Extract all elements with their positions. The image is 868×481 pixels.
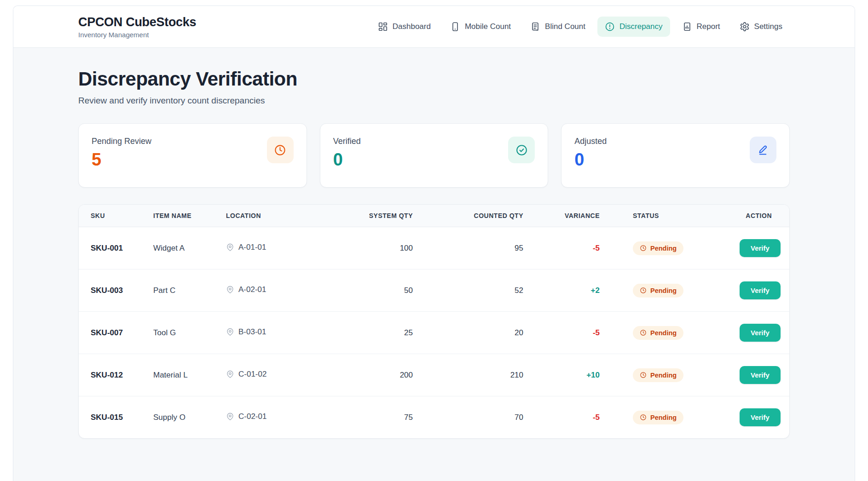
status-badge: Pending bbox=[633, 326, 683, 340]
nav-item-discrepancy[interactable]: Discrepancy bbox=[597, 17, 670, 37]
nav-item-blind-count[interactable]: Blind Count bbox=[523, 17, 593, 37]
variance-cell: -5 bbox=[529, 312, 605, 354]
action-cell: Verify bbox=[734, 396, 790, 439]
clock-icon bbox=[267, 137, 294, 163]
status-cell: Pending bbox=[605, 227, 734, 269]
system-qty-cell: 25 bbox=[326, 312, 418, 354]
document-list-icon bbox=[530, 22, 540, 32]
counted-qty-cell: 210 bbox=[418, 354, 529, 396]
nav-item-mobile-count[interactable]: Mobile Count bbox=[443, 17, 518, 37]
column-header-item-name: ITEM NAME bbox=[148, 205, 220, 227]
variance-cell: +10 bbox=[529, 354, 605, 396]
system-qty-cell: 200 bbox=[326, 354, 418, 396]
brand: CPCON CubeStocks Inventory Management bbox=[78, 15, 196, 39]
table-row: SKU-003 Part C A-02-01 50 52 +2 Pending … bbox=[79, 269, 790, 312]
table-row: SKU-001 Widget A A-01-01 100 95 -5 Pendi… bbox=[79, 227, 790, 269]
status-cell: Pending bbox=[605, 312, 734, 354]
clock-icon bbox=[640, 414, 647, 421]
map-pin-icon bbox=[226, 286, 234, 294]
map-pin-icon bbox=[226, 412, 234, 421]
nav-item-dashboard[interactable]: Dashboard bbox=[370, 17, 438, 37]
variance-cell: -5 bbox=[529, 227, 605, 269]
verify-button[interactable]: Verify bbox=[740, 239, 781, 257]
item-name-cell: Widget A bbox=[148, 227, 220, 269]
stat-label: Adjusted bbox=[574, 137, 607, 146]
counted-qty-cell: 52 bbox=[418, 269, 529, 312]
variance-cell: -5 bbox=[529, 396, 605, 439]
counted-qty-cell: 70 bbox=[418, 396, 529, 439]
column-header-counted-qty: COUNTED QTY bbox=[418, 205, 529, 227]
stat-card: Adjusted 0 bbox=[561, 123, 790, 188]
status-cell: Pending bbox=[605, 396, 734, 439]
column-header-location: LOCATION bbox=[220, 205, 326, 227]
stat-card: Verified 0 bbox=[320, 123, 549, 188]
map-pin-icon bbox=[226, 243, 234, 252]
action-cell: Verify bbox=[734, 227, 790, 269]
table-row: SKU-007 Tool G B-03-01 25 20 -5 Pending … bbox=[79, 312, 790, 354]
smartphone-icon bbox=[450, 22, 460, 32]
clock-icon bbox=[640, 245, 647, 252]
sku-cell: SKU-012 bbox=[79, 354, 148, 396]
location-cell: A-02-01 bbox=[220, 269, 326, 312]
column-header-status: STATUS bbox=[605, 205, 734, 227]
nav-item-report[interactable]: Report bbox=[675, 17, 728, 37]
alert-circle-icon bbox=[605, 22, 615, 32]
variance-cell: +2 bbox=[529, 269, 605, 312]
location-cell: C-02-01 bbox=[220, 396, 326, 439]
sku-cell: SKU-007 bbox=[79, 312, 148, 354]
item-name-cell: Tool G bbox=[148, 312, 220, 354]
report-chart-icon bbox=[682, 22, 692, 32]
page-title: Discrepancy Verification bbox=[78, 68, 790, 90]
counted-qty-cell: 20 bbox=[418, 312, 529, 354]
status-badge: Pending bbox=[633, 411, 683, 424]
table-row: SKU-015 Supply O C-02-01 75 70 -5 Pendin… bbox=[79, 396, 790, 439]
system-qty-cell: 75 bbox=[326, 396, 418, 439]
discrepancy-table: SKUITEM NAMELOCATIONSYSTEM QTYCOUNTED QT… bbox=[79, 205, 790, 438]
stat-card: Pending Review 5 bbox=[78, 123, 307, 188]
discrepancy-table-card: SKUITEM NAMELOCATIONSYSTEM QTYCOUNTED QT… bbox=[78, 204, 790, 439]
action-cell: Verify bbox=[734, 269, 790, 312]
clock-icon bbox=[640, 287, 647, 294]
status-badge: Pending bbox=[633, 241, 683, 255]
brand-subtitle: Inventory Management bbox=[78, 31, 196, 39]
gear-icon bbox=[740, 22, 750, 32]
table-header-row: SKUITEM NAMELOCATIONSYSTEM QTYCOUNTED QT… bbox=[79, 205, 790, 227]
column-header-variance: VARIANCE bbox=[529, 205, 605, 227]
sku-cell: SKU-003 bbox=[79, 269, 148, 312]
verify-button[interactable]: Verify bbox=[740, 408, 781, 426]
map-pin-icon bbox=[226, 328, 234, 336]
main-nav: Dashboard Mobile Count Blind Count Discr… bbox=[370, 17, 790, 37]
stat-value: 0 bbox=[333, 150, 361, 170]
clock-icon bbox=[640, 329, 647, 336]
counted-qty-cell: 95 bbox=[418, 227, 529, 269]
column-header-system-qty: SYSTEM QTY bbox=[326, 205, 418, 227]
app-window: CPCON CubeStocks Inventory Management Da… bbox=[13, 6, 855, 481]
map-pin-icon bbox=[226, 370, 234, 378]
summary-cards: Pending Review 5 Verified 0 Adjusted 0 bbox=[78, 123, 790, 188]
verify-button[interactable]: Verify bbox=[740, 281, 781, 299]
system-qty-cell: 100 bbox=[326, 227, 418, 269]
column-header-sku: SKU bbox=[79, 205, 148, 227]
system-qty-cell: 50 bbox=[326, 269, 418, 312]
table-row: SKU-012 Material L C-01-02 200 210 +10 P… bbox=[79, 354, 790, 396]
stat-value: 5 bbox=[92, 150, 151, 170]
edit-pencil-icon bbox=[750, 137, 776, 163]
stat-label: Pending Review bbox=[92, 137, 151, 146]
item-name-cell: Part C bbox=[148, 269, 220, 312]
column-header-action: ACTION bbox=[734, 205, 790, 227]
sku-cell: SKU-015 bbox=[79, 396, 148, 439]
clock-icon bbox=[640, 372, 647, 378]
page-content: Discrepancy Verification Review and veri… bbox=[13, 48, 855, 466]
nav-item-settings[interactable]: Settings bbox=[732, 17, 790, 37]
status-badge: Pending bbox=[633, 368, 683, 382]
stat-label: Verified bbox=[333, 137, 361, 146]
dashboard-grid-icon bbox=[378, 22, 388, 32]
item-name-cell: Material L bbox=[148, 354, 220, 396]
status-cell: Pending bbox=[605, 269, 734, 312]
location-cell: A-01-01 bbox=[220, 227, 326, 269]
check-circle-icon bbox=[508, 137, 535, 163]
verify-button[interactable]: Verify bbox=[740, 324, 781, 342]
brand-name: CPCON CubeStocks bbox=[78, 15, 196, 29]
action-cell: Verify bbox=[734, 354, 790, 396]
verify-button[interactable]: Verify bbox=[740, 366, 781, 384]
